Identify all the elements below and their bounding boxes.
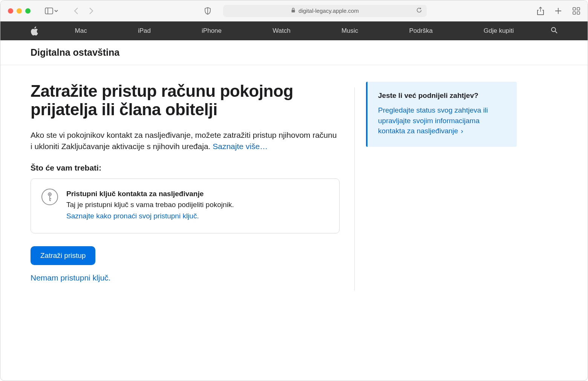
share-icon[interactable] — [537, 7, 544, 15]
close-window-button[interactable] — [8, 8, 13, 14]
chevron-right-icon: › — [459, 127, 463, 135]
page-description-text: Ako ste vi pokojnikov kontakt za nasljeđ… — [31, 131, 337, 151]
status-card-title: Jeste li već podnijeli zahtjev? — [378, 91, 506, 100]
side-column: Jeste li već podnijeli zahtjev? Pregleda… — [366, 82, 517, 282]
nav-watch[interactable]: Watch — [273, 27, 291, 35]
page-description: Ako ste vi pokojnikov kontakt za nasljeđ… — [31, 130, 340, 152]
nav-ipad[interactable]: iPad — [138, 27, 151, 35]
nav-where-to-buy[interactable]: Gdje kupiti — [484, 27, 514, 35]
request-access-button[interactable]: Zatraži pristup — [31, 246, 95, 265]
svg-point-10 — [551, 27, 556, 32]
new-tab-icon[interactable] — [554, 7, 562, 15]
find-key-link[interactable]: Saznajte kako pronaći svoj pristupni klj… — [66, 211, 199, 222]
main-column: Zatražite pristup računu pokojnog prijat… — [31, 82, 340, 282]
chevron-down-icon[interactable] — [54, 9, 58, 13]
global-nav: Mac iPad iPhone Watch Music Podrška Gdje… — [0, 21, 588, 40]
minimize-window-button[interactable] — [17, 8, 22, 14]
nav-support[interactable]: Podrška — [409, 27, 432, 35]
svg-rect-7 — [577, 8, 580, 10]
address-bar-text: digital-legacy.apple.com — [299, 8, 359, 14]
svg-rect-9 — [577, 12, 580, 14]
nav-iphone[interactable]: iPhone — [202, 27, 222, 35]
local-nav: Digitalna ostavština — [0, 40, 588, 65]
status-card: Jeste li već podnijeli zahtjev? Pregleda… — [366, 82, 517, 147]
svg-rect-8 — [573, 12, 576, 14]
svg-point-13 — [49, 194, 50, 195]
lock-icon — [291, 8, 296, 14]
svg-rect-3 — [292, 10, 295, 12]
window-controls — [8, 8, 31, 14]
forward-button[interactable] — [89, 7, 94, 15]
fullscreen-window-button[interactable] — [25, 8, 31, 14]
access-key-card-text: Taj je pristupni ključ s vama trebao pod… — [66, 200, 234, 210]
requirements-heading: Što će vam trebati: — [31, 163, 340, 172]
reload-icon[interactable] — [416, 7, 422, 14]
svg-rect-0 — [45, 8, 53, 14]
status-link-text: Pregledajte status svog zahtjeva ili upr… — [378, 106, 488, 135]
privacy-shield-icon[interactable] — [204, 7, 211, 15]
access-key-card-title: Pristupni ključ kontakta za nasljeđivanj… — [66, 189, 234, 200]
back-button[interactable] — [74, 7, 79, 15]
search-icon[interactable] — [551, 27, 557, 35]
browser-toolbar: digital-legacy.apple.com — [0, 0, 588, 21]
nav-mac[interactable]: Mac — [75, 27, 87, 35]
tab-overview-icon[interactable] — [573, 7, 580, 15]
nav-links: Mac iPad iPhone Watch Music Podrška Gdje… — [49, 27, 539, 35]
sidebar-toggle-icon[interactable] — [45, 8, 53, 14]
no-key-link[interactable]: Nemam pristupni ključ. — [31, 273, 340, 282]
column-divider — [354, 87, 355, 291]
key-icon — [41, 189, 58, 205]
access-key-card: Pristupni ključ kontakta za nasljeđivanj… — [31, 178, 340, 233]
apple-logo-icon[interactable] — [31, 26, 38, 35]
svg-rect-6 — [573, 8, 576, 10]
svg-line-11 — [555, 31, 557, 33]
learn-more-link[interactable]: Saznajte više… — [213, 142, 268, 151]
access-key-card-body: Pristupni ključ kontakta za nasljeđivanj… — [66, 189, 234, 222]
address-bar[interactable]: digital-legacy.apple.com — [223, 5, 427, 17]
page-content: Zatražite pristup računu pokojnog prijat… — [0, 65, 588, 282]
local-nav-title: Digitalna ostavština — [31, 47, 119, 58]
nav-music[interactable]: Music — [341, 27, 358, 35]
page-heading: Zatražite pristup računu pokojnog prijat… — [31, 82, 340, 119]
status-link[interactable]: Pregledajte status svog zahtjeva ili upr… — [378, 105, 506, 136]
